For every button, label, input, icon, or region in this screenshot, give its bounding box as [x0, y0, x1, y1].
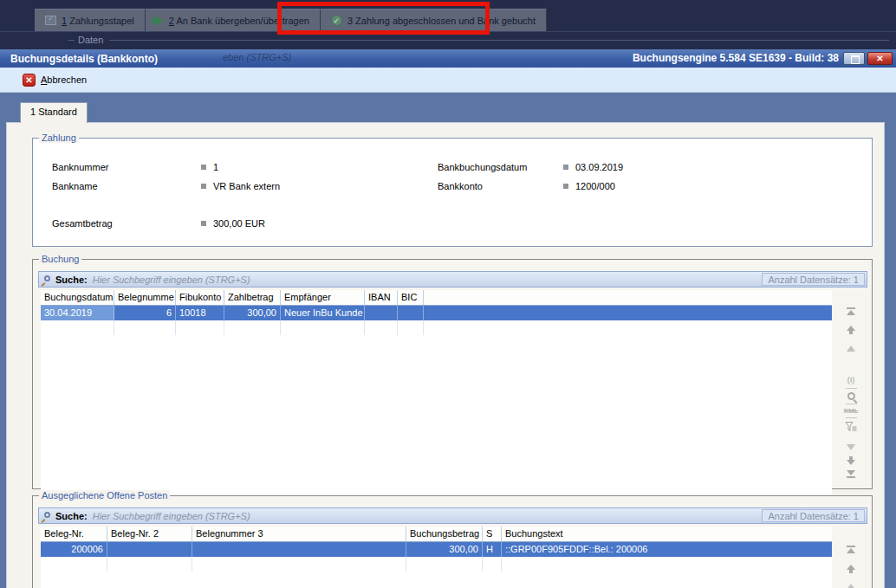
- arrow-up-icon[interactable]: [846, 326, 856, 334]
- cell-buchungsbetrag[interactable]: 300,00: [406, 542, 483, 557]
- tab-standard[interactable]: 1 Standard: [20, 102, 88, 123]
- page-down-icon[interactable]: [847, 444, 855, 450]
- posten-table: Beleg-Nr. Beleg-Nr. 2 Belegnummer 3 Buch…: [41, 527, 832, 588]
- posten-search-bar[interactable]: Suche: Hier Suchbegriff eingeben (STRG+S…: [38, 507, 867, 524]
- posten-selected-row[interactable]: 200006 300,00 H ::GRP00F905FDDF::Bel.: 2…: [41, 542, 832, 557]
- col-zahlbetrag[interactable]: Zahlbetrag: [224, 290, 281, 305]
- search-label: Suche:: [55, 275, 88, 285]
- cancel-x-icon: [23, 74, 36, 87]
- step-tab-zahlung-abgeschlossen[interactable]: 3 Zahlung abgeschlossen und Bank gebucht: [321, 9, 547, 31]
- dialog-body: 1 Standard Zahlung Banknummer 1 Bankname…: [0, 93, 896, 588]
- step-number: 3: [347, 16, 353, 26]
- page-up-icon[interactable]: [847, 584, 855, 588]
- arrow-down-icon[interactable]: [846, 456, 856, 465]
- app-title: Buchungsengine 5.584 SE1639 - Build: 38: [633, 52, 839, 64]
- go-first-icon[interactable]: [846, 546, 856, 553]
- zahlung-group-label: Zahlung: [39, 132, 79, 143]
- posten-groupbox: Ausgeglichene Offene Posten Suche: Hier …: [32, 495, 873, 588]
- daten-group-label: Daten: [78, 35, 103, 45]
- banknummer-label: Banknummer: [52, 162, 108, 172]
- cell-empfaenger[interactable]: Neuer InBu Kunde: [281, 306, 365, 320]
- search-icon: [44, 275, 50, 281]
- arrow-up-icon[interactable]: [846, 565, 856, 573]
- field-banknummer: Banknummer 1: [52, 162, 433, 174]
- col-belegnummer[interactable]: Belegnumme: [114, 290, 176, 305]
- groupbox-line: [68, 40, 75, 41]
- field-bankbuchungsdatum: Bankbuchungsdatum 03.09.2019: [438, 162, 819, 174]
- step-tab-an-bank-uebergeben[interactable]: 2 An Bank übergeben/übertragen: [146, 9, 321, 31]
- abbrechen-button[interactable]: Abbrechen: [23, 74, 87, 87]
- divider: [846, 404, 857, 404]
- cell-bic[interactable]: [398, 306, 424, 320]
- close-window-button[interactable]: [867, 52, 893, 65]
- field-bankkonto: Bankkonto 1200/000: [438, 181, 819, 193]
- bullet-icon: [201, 165, 206, 170]
- gesamtbetrag-value: 300,00 EUR: [213, 218, 265, 229]
- payment-batch-icon: [45, 16, 56, 25]
- zahlung-groupbox: Zahlung Banknummer 1 Bankname VR Bank ex…: [32, 138, 873, 247]
- screen: 1 Zahlungsstapel 2 An Bank übergeben/übe…: [0, 0, 896, 588]
- search-label: Suche:: [55, 511, 88, 521]
- xml-icon[interactable]: XML: [844, 407, 859, 415]
- cell-fibukonto[interactable]: 10018: [176, 306, 224, 320]
- dialog-toolbar: Abbrechen: [0, 68, 896, 93]
- col-fibukonto[interactable]: Fibukonto: [176, 290, 224, 305]
- dialog-titlebar: Buchungsdetails (Bankkonto) eben (STRG+S…: [0, 49, 896, 68]
- cancel-label: bbrechen: [47, 74, 87, 85]
- empty-row: [41, 320, 832, 335]
- buchung-selected-row[interactable]: 30.04.2019 6 10018 300,00 Neuer InBu Kun…: [41, 306, 832, 320]
- search-icon: [44, 512, 50, 518]
- cell-iban[interactable]: [365, 306, 398, 320]
- restore-window-button[interactable]: [843, 52, 865, 65]
- go-last-icon[interactable]: [846, 470, 856, 478]
- bankname-value: VR Bank extern: [213, 181, 280, 191]
- col-belegnummer-3[interactable]: Belegnummer 3: [192, 527, 406, 541]
- green-check-icon: [331, 15, 342, 26]
- col-buchungstext[interactable]: Buchungstext: [502, 527, 832, 541]
- field-bankname: Bankname VR Bank extern: [52, 181, 433, 193]
- cell-beleg-nr-2[interactable]: [107, 542, 192, 557]
- filter-icon[interactable]: [845, 421, 857, 434]
- groupbox-line: [109, 40, 889, 41]
- gesamtbetrag-label: Gesamtbetrag: [52, 218, 113, 229]
- bullet-icon: [201, 221, 206, 226]
- bullet-icon: [563, 165, 568, 170]
- step-label: Zahlung abgeschlossen und Bank gebucht: [355, 16, 536, 26]
- step-tab-zahlungsstapel[interactable]: 1 Zahlungsstapel: [35, 9, 146, 31]
- col-buchungsdatum[interactable]: Buchungsdatum: [41, 290, 114, 305]
- cell-zahlbetrag[interactable]: 300,00: [224, 306, 281, 320]
- buchung-search-bar[interactable]: Suche: Hier Suchbegriff eingeben (STRG+S…: [38, 271, 867, 288]
- step-label: Zahlungsstapel: [69, 16, 134, 26]
- grid-search-icon[interactable]: [847, 392, 855, 400]
- step-strip-divider: [0, 31, 896, 32]
- col-buchungsbetrag[interactable]: Buchungsbetrag: [406, 527, 483, 541]
- bankbuchungsdatum-label: Bankbuchungsdatum: [438, 162, 527, 172]
- go-first-icon[interactable]: [846, 307, 856, 315]
- green-arrow-icon: [156, 16, 164, 26]
- posten-header-row: Beleg-Nr. Beleg-Nr. 2 Belegnummer 3 Buch…: [41, 527, 832, 542]
- cell-buchungsdatum[interactable]: 30.04.2019: [41, 306, 114, 320]
- buchung-header-row: Buchungsdatum Belegnumme Fibukonto Zahlb…: [41, 290, 832, 306]
- cell-s[interactable]: H: [483, 542, 502, 557]
- col-beleg-nr-2[interactable]: Beleg-Nr. 2: [107, 527, 192, 541]
- cell-beleg-nr[interactable]: 200006: [41, 542, 107, 557]
- col-bic[interactable]: BIC: [398, 290, 424, 305]
- col-iban[interactable]: IBAN: [365, 290, 398, 305]
- col-beleg-nr[interactable]: Beleg-Nr.: [41, 527, 107, 541]
- cell-belegnummer-3[interactable]: [192, 542, 406, 557]
- step-number: 1: [62, 16, 67, 26]
- cell-belegnummer[interactable]: 6: [114, 306, 176, 320]
- bullet-icon: [563, 184, 568, 189]
- page-up-icon[interactable]: [847, 346, 855, 352]
- cell-buchungstext[interactable]: ::GRP00F905FDDF::Bel.: 200006: [502, 542, 832, 557]
- record-count-badge: Anzahl Datensätze: 1: [762, 509, 865, 522]
- bankname-label: Bankname: [52, 181, 98, 191]
- content-panel: Zahlung Banknummer 1 Bankname VR Bank ex…: [6, 122, 885, 588]
- field-gesamtbetrag: Gesamtbetrag 300,00 EUR: [52, 218, 433, 230]
- current-record-icon[interactable]: (I): [847, 376, 855, 384]
- ghost-search-text: eben (STRG+S): [223, 52, 291, 62]
- table-empty-area: [41, 572, 832, 588]
- col-s[interactable]: S: [483, 527, 502, 541]
- bankkonto-label: Bankkonto: [438, 181, 483, 191]
- col-empfaenger[interactable]: Empfänger: [281, 290, 365, 305]
